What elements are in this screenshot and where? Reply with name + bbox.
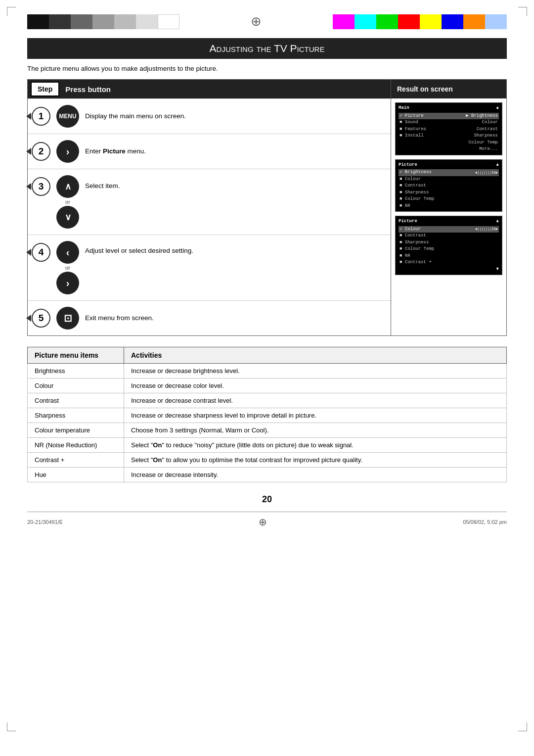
step-4-buttons: ‹ or › (56, 241, 79, 294)
swatch-red (398, 14, 420, 29)
screen2-row2: ■ Colour (399, 176, 499, 183)
screen2-row4: ■ Sharpness (399, 189, 499, 196)
screen2-title-row: Picture ▲ (399, 162, 499, 169)
screen2-row5: ■ Colour Temp (399, 196, 499, 203)
screen1-r6-right: More... (479, 146, 498, 153)
right-color-bar (333, 14, 507, 29)
screen1-title-row: Main ▲ (399, 105, 499, 112)
screen1-row3: ■ Features Contrast (399, 126, 499, 133)
picture-table-section: Picture menu items Activities Brightness… (27, 347, 507, 482)
screen3-row4: ■ Colour Temp (399, 246, 499, 253)
screen3-title-row: Picture ▲ (399, 218, 499, 225)
title-text: Adjusting the TV Picture (210, 43, 325, 54)
swatch-yellow (420, 14, 442, 29)
screen1-r4-right: Sharpness (474, 133, 498, 140)
activity-contrast-plus: Select "On" to allow you to optimise the… (124, 453, 507, 468)
item-nr: NR (Noise Reduction) (28, 438, 124, 453)
step-row-4: 4 ‹ or › Adjust level or select desired … (28, 235, 391, 300)
swatch-3 (71, 14, 92, 29)
table-row: Colour temperature Choose from 3 setting… (28, 423, 507, 438)
step-row-5: 5 ⊡ Exit menu from screen. (28, 300, 391, 335)
swatch-orange (463, 14, 485, 29)
step-row-3: 3 ∧ or ∨ Select item. (28, 169, 391, 235)
screen2-arrow-up: ▲ (496, 162, 499, 169)
title-bar: Adjusting the TV Picture (27, 38, 507, 59)
step-1-btn: MENU (56, 105, 79, 128)
step-4-btn-left: ‹ (56, 241, 79, 264)
screen1-r2-right: Colour (482, 119, 498, 126)
tv-screen-1: Main ▲ ✓ Picture ▶ Brightness ■ Sound Co… (395, 102, 502, 155)
arrow-left-1 (26, 113, 31, 120)
footer-crosshair: ⊕ (259, 516, 267, 528)
table-row: Hue Increase or decrease intensity. (28, 468, 507, 482)
subtitle: The picture menu allows you to make adju… (27, 65, 507, 72)
screen1-r5-right: Colour Temp (469, 140, 498, 146)
screen3-r1-slider: ◄|||||||59► (475, 227, 498, 232)
tv-screen-3: Picture ▲ ✓ Colour ◄|||||||59► ■ Contras… (395, 216, 502, 275)
picture-table: Picture menu items Activities Brightness… (27, 347, 507, 482)
screen2-r1-left: ✓ Brightness (400, 169, 432, 176)
step-number-1: 1 (32, 107, 50, 126)
screen1-r4-left: ■ Install (400, 133, 424, 140)
swatch-pink (333, 14, 355, 29)
footer-left: 20-21/30491/E (27, 519, 63, 525)
screen1-r3-left: ■ Features (400, 126, 426, 133)
step-3-num: 3 (39, 181, 44, 192)
or-text-3: or (65, 199, 70, 205)
steps-column: Step Press button 1 MENU Display the mai… (27, 79, 391, 336)
title-section: Adjusting the TV Picture (27, 38, 507, 59)
menu-btn-label: MENU (59, 113, 76, 120)
screen1-r1-left: ✓ Picture (400, 113, 424, 120)
crop-mark-br (518, 722, 527, 731)
page-container: ⊕ Adjusting the TV Picture The picture m… (0, 0, 534, 756)
activity-nr: Select "On" to reduce "noisy" picture (l… (124, 438, 507, 453)
item-contrast-plus: Contrast + (28, 453, 124, 468)
table-row: Colour Increase or decrease color level. (28, 378, 507, 393)
activity-colour: Increase or decrease color level. (124, 378, 507, 393)
swatch-7 (158, 14, 179, 29)
item-colour: Colour (28, 378, 124, 393)
result-column: Result on screen Main ▲ ✓ Picture ▶ Brig… (391, 79, 507, 336)
steps-header: Step Press button (28, 80, 391, 98)
arrow-left-3 (26, 183, 31, 190)
table-row: Sharpness Increase or decrease sharpness… (28, 408, 507, 423)
step-number-2: 2 (32, 142, 50, 161)
crop-mark-bl (7, 722, 16, 731)
step-number-3: 3 (32, 177, 50, 196)
tv-screen-2: Picture ▲ ✓ Brightness ◄|||||||59► ■ Col… (395, 159, 502, 212)
item-sharpness: Sharpness (28, 408, 124, 423)
step-3-desc: Select item. (85, 175, 386, 191)
left-color-bar (27, 14, 179, 29)
press-button-label: Press button (63, 81, 113, 97)
arrow-left-2 (26, 148, 31, 155)
result-screens: Main ▲ ✓ Picture ▶ Brightness ■ Sound Co… (391, 98, 506, 279)
step-4-btn-right: › (56, 272, 79, 294)
screen1-row6: More... (399, 146, 499, 153)
step-row-1: 1 MENU Display the main menu on screen. (28, 98, 391, 134)
col2-header: Activities (124, 347, 507, 364)
step-1-desc: Display the main menu on screen. (85, 111, 386, 121)
screen1-title: Main (399, 105, 409, 112)
page-number: 20 (0, 494, 534, 505)
swatch-cyan (355, 14, 376, 29)
step-4-num: 4 (39, 247, 44, 258)
screen3-r1-left: ✓ Colour (400, 226, 421, 233)
table-row: NR (Noise Reduction) Select "On" to redu… (28, 438, 507, 453)
screen1-row4: ■ Install Sharpness (399, 133, 499, 140)
screen1-r2-left: ■ Sound (400, 119, 418, 126)
screen2-row6: ■ NR (399, 203, 499, 210)
center-crosshair: ⊕ (251, 14, 262, 29)
screen3-title: Picture (399, 218, 417, 225)
step-result-area: Step Press button 1 MENU Display the mai… (27, 79, 507, 336)
step-5-btn: ⊡ (56, 307, 79, 330)
step-2-desc: Enter Picture menu. (85, 146, 386, 156)
activity-sharpness: Increase or decrease sharpness level to … (124, 408, 507, 423)
screen3-row3: ■ Sharpness (399, 239, 499, 246)
activity-colour-temp: Choose from 3 settings (Normal, Warm or … (124, 423, 507, 438)
or-text-4: or (65, 265, 70, 271)
step-1-num: 1 (39, 111, 44, 122)
swatch-lightblue (485, 14, 507, 29)
step-3-btn-down: ∨ (56, 206, 79, 229)
col1-header: Picture menu items (28, 347, 124, 364)
swatch-1 (27, 14, 49, 29)
